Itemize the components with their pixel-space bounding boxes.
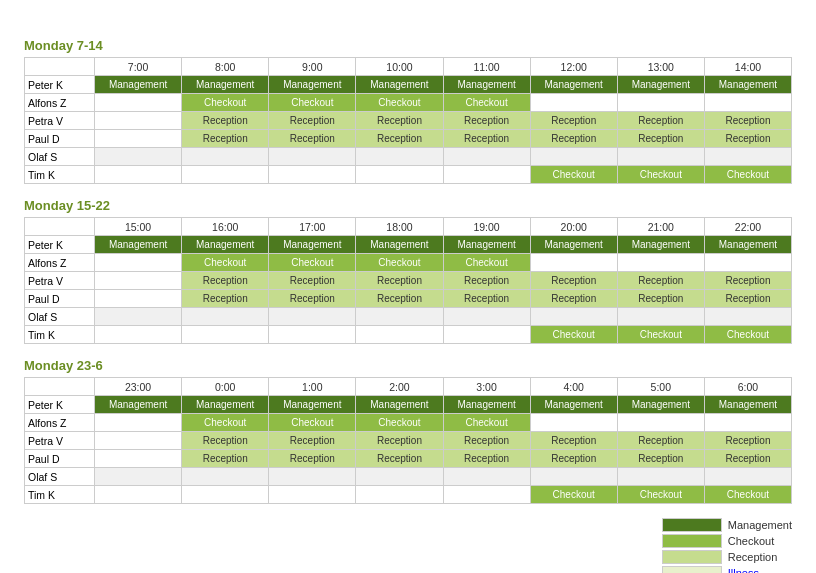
schedule-cell: Reception — [443, 130, 530, 148]
section-title: Monday 15-22 — [24, 198, 792, 213]
col-header-hour: 9:00 — [269, 58, 356, 76]
col-header-hour: 14:00 — [704, 58, 791, 76]
col-header-hour: 19:00 — [443, 218, 530, 236]
legend-label: Reception — [728, 551, 778, 563]
schedule-cell — [617, 94, 704, 112]
schedule-cell: Checkout — [704, 326, 791, 344]
schedule-cell: Checkout — [530, 486, 617, 504]
schedule-cell: Reception — [269, 272, 356, 290]
schedule-cell: Reception — [617, 290, 704, 308]
col-header-hour: 23:00 — [95, 378, 182, 396]
schedule-cell: Checkout — [356, 94, 443, 112]
col-header-hour: 13:00 — [617, 58, 704, 76]
table-row: Olaf S — [25, 468, 792, 486]
schedule-cell: Management — [269, 236, 356, 254]
schedule-cell: Reception — [530, 272, 617, 290]
col-header-name — [25, 218, 95, 236]
schedule-cell — [182, 468, 269, 486]
schedule-cell: Reception — [443, 432, 530, 450]
schedule-cell: Reception — [704, 130, 791, 148]
schedule-cell: Reception — [704, 112, 791, 130]
schedule-cell — [95, 326, 182, 344]
schedule-cell — [182, 148, 269, 166]
schedule-cell: Management — [617, 396, 704, 414]
col-header-hour: 10:00 — [356, 58, 443, 76]
legend-color-box — [662, 518, 722, 532]
schedule-cell: Reception — [704, 272, 791, 290]
schedule-cell: Management — [182, 396, 269, 414]
table-row: Paul DReceptionReceptionReceptionRecepti… — [25, 290, 792, 308]
legend-color-box — [662, 566, 722, 573]
employee-name: Peter K — [25, 396, 95, 414]
schedule-cell: Management — [530, 76, 617, 94]
schedule-cell — [269, 308, 356, 326]
schedule-cell: Checkout — [617, 166, 704, 184]
table-row: Peter KManagementManagementManagementMan… — [25, 76, 792, 94]
col-header-hour: 7:00 — [95, 58, 182, 76]
employee-name: Paul D — [25, 130, 95, 148]
col-header-hour: 17:00 — [269, 218, 356, 236]
employee-name: Peter K — [25, 76, 95, 94]
schedule-cell — [530, 468, 617, 486]
schedule-cell: Management — [269, 76, 356, 94]
schedule-cell: Management — [443, 236, 530, 254]
legend-item-management: Management — [662, 518, 792, 532]
col-header-hour: 4:00 — [530, 378, 617, 396]
schedule-cell — [530, 254, 617, 272]
schedule-cell — [95, 308, 182, 326]
schedule-cell: Reception — [182, 450, 269, 468]
schedule-cell — [617, 468, 704, 486]
col-header-hour: 21:00 — [617, 218, 704, 236]
schedule-cell — [182, 166, 269, 184]
schedule-cell — [95, 148, 182, 166]
schedule-cell — [530, 148, 617, 166]
legend: ManagementCheckoutReceptionIllness — [662, 518, 792, 573]
table-row: Alfons ZCheckoutCheckoutCheckoutCheckout — [25, 414, 792, 432]
schedule-cell: Checkout — [443, 414, 530, 432]
table-row: Tim KCheckoutCheckoutCheckout — [25, 486, 792, 504]
schedule-cell: Reception — [443, 112, 530, 130]
schedule-cell — [530, 414, 617, 432]
legend-color-box — [662, 534, 722, 548]
schedule-cell: Reception — [617, 112, 704, 130]
schedule-cell: Reception — [617, 130, 704, 148]
schedule-section-section2: Monday 15-2215:0016:0017:0018:0019:0020:… — [24, 198, 792, 344]
schedule-table: 15:0016:0017:0018:0019:0020:0021:0022:00… — [24, 217, 792, 344]
schedule-cell — [182, 486, 269, 504]
schedule-cell — [356, 148, 443, 166]
section-title: Monday 7-14 — [24, 38, 792, 53]
schedule-cell: Management — [269, 396, 356, 414]
section-title: Monday 23-6 — [24, 358, 792, 373]
schedule-cell: Management — [356, 396, 443, 414]
col-header-hour: 22:00 — [704, 218, 791, 236]
schedule-cell: Checkout — [182, 94, 269, 112]
employee-name: Petra V — [25, 112, 95, 130]
schedule-cell: Checkout — [356, 414, 443, 432]
schedule-cell: Reception — [269, 290, 356, 308]
schedule-cell: Reception — [443, 450, 530, 468]
legend-item-reception: Reception — [662, 550, 792, 564]
schedule-cell — [182, 308, 269, 326]
schedule-cell: Reception — [530, 130, 617, 148]
table-row: Alfons ZCheckoutCheckoutCheckoutCheckout — [25, 254, 792, 272]
schedule-cell: Reception — [269, 450, 356, 468]
schedule-cell: Management — [356, 236, 443, 254]
schedule-cell — [617, 308, 704, 326]
schedule-cell — [95, 130, 182, 148]
schedule-cell: Checkout — [182, 254, 269, 272]
schedule-cell — [704, 254, 791, 272]
schedule-cell: Reception — [269, 432, 356, 450]
schedule-cell: Reception — [530, 290, 617, 308]
col-header-hour: 3:00 — [443, 378, 530, 396]
table-row: Tim KCheckoutCheckoutCheckout — [25, 166, 792, 184]
schedule-cell — [443, 166, 530, 184]
col-header-hour: 6:00 — [704, 378, 791, 396]
schedule-cell: Reception — [356, 450, 443, 468]
schedule-cell: Management — [182, 236, 269, 254]
employee-name: Tim K — [25, 486, 95, 504]
schedule-cell: Reception — [443, 290, 530, 308]
legend-item-illness: Illness — [662, 566, 792, 573]
table-row: Petra VReceptionReceptionReceptionRecept… — [25, 112, 792, 130]
schedule-cell: Reception — [182, 130, 269, 148]
schedule-cell — [269, 148, 356, 166]
